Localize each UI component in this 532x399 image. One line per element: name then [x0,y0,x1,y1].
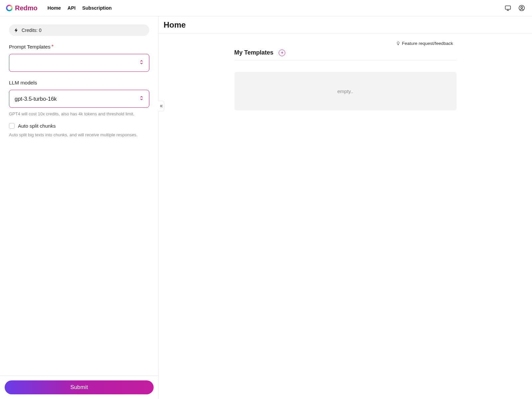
required-asterisk: * [52,44,54,50]
page-title: Home [164,20,527,30]
sidebar-footer: Submit [0,375,158,399]
submit-button[interactable]: Submit [5,380,154,394]
chevron-double-left-icon [159,104,163,108]
nav-subscription[interactable]: Subscription [82,5,112,11]
lightbulb-icon [396,41,400,46]
split-hint: Auto split big texts into chunks, and wi… [9,132,149,138]
chevron-updown-icon [139,59,144,66]
add-template-button[interactable] [279,50,285,56]
llm-field: LLM models gpt-3.5-turbo-16k GPT4 will c… [9,80,149,117]
nav-home[interactable]: Home [48,5,61,11]
auto-split-checkbox[interactable] [9,123,15,129]
prompt-templates-field: Prompt Templates* [9,44,149,72]
page-title-bar: Home [159,16,532,34]
brand[interactable]: Redmo [6,4,38,12]
split-row: Auto split chunks [9,123,149,129]
section-title: My Templates [234,49,274,56]
chevron-updown-icon [139,95,144,102]
llm-label: LLM models [9,80,149,86]
brand-name: Redmo [15,4,38,12]
empty-text: empty.. [337,88,353,94]
section-head: My Templates [234,49,457,61]
svg-point-2 [521,6,523,8]
credits-badge: Credits: 0 [9,24,149,36]
llm-select[interactable]: gpt-3.5-turbo-16k [9,90,149,108]
nav-api[interactable]: API [67,5,75,11]
svg-point-1 [519,5,525,11]
credits-label: Credits: 0 [22,28,42,33]
collapse-sidebar-button[interactable] [158,101,164,111]
feedback-label: Feature request/feedback [402,41,453,46]
nav: Home API Subscription [48,5,112,11]
topbar-right [503,4,526,12]
topbar: Redmo Home API Subscription [0,0,532,16]
sidebar: Credits: 0 Prompt Templates* LLM models … [0,16,159,399]
svg-rect-0 [505,6,510,9]
user-icon[interactable] [517,4,526,12]
desktop-icon[interactable] [503,4,512,12]
brand-logo-icon [6,5,13,11]
llm-hint: GPT4 will cost 10x credits, also has 4k … [9,111,149,117]
prompt-templates-label: Prompt Templates [9,44,51,50]
llm-value: gpt-3.5-turbo-16k [15,96,57,102]
plus-icon [280,51,284,55]
empty-state: empty.. [234,72,457,110]
auto-split-label: Auto split chunks [18,123,56,129]
topbar-left: Redmo Home API Subscription [6,4,112,12]
lightning-icon [14,28,19,33]
main: Home Feature request/feedback My Templat… [159,16,532,399]
prompt-templates-select[interactable] [9,54,149,72]
feedback-link[interactable]: Feature request/feedback [396,41,453,46]
